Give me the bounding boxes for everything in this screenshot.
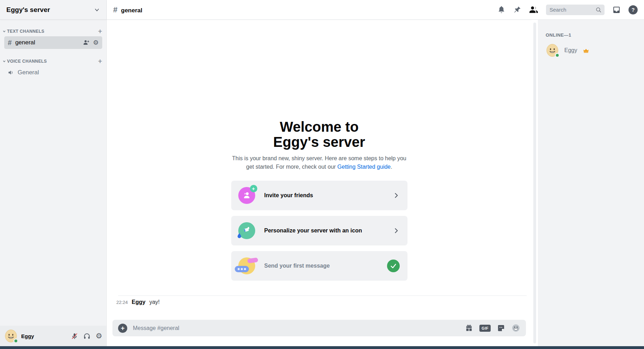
invite-friends-icon: +	[238, 187, 255, 204]
welcome-title-line1: Welcome to	[107, 119, 532, 135]
channel-sidebar: Eggy's server TEXT CHANNELS + # general	[0, 0, 107, 346]
channel-topbar: # general	[107, 0, 644, 20]
search-box[interactable]	[546, 5, 605, 15]
card-label: Send your first message	[264, 263, 378, 269]
user-panel: Eggy ⚙	[0, 326, 106, 346]
member-avatar	[546, 44, 559, 57]
card-invite-friends[interactable]: + Invite your friends	[231, 181, 407, 210]
voice-channels-label: VOICE CHANNELS	[7, 59, 98, 64]
card-personalize-server[interactable]: Personalize your server with an icon	[231, 216, 407, 245]
online-members-header: ONLINE—1	[546, 32, 639, 38]
welcome-title-line2: Eggy's server	[107, 135, 532, 150]
topbar-channel-name: general	[121, 7, 142, 14]
discord-app: Eggy's server TEXT CHANNELS + # general	[0, 0, 644, 349]
server-owner-crown-icon	[583, 48, 589, 54]
mic-muted-icon[interactable]	[71, 332, 78, 340]
online-status-dot	[555, 53, 560, 58]
emoji-picker-icon[interactable]	[511, 324, 520, 332]
server-name: Eggy's server	[6, 6, 50, 14]
welcome-subtitle-end: .	[391, 164, 392, 170]
user-avatar[interactable]	[4, 329, 18, 343]
chevron-right-icon	[393, 192, 400, 199]
plus-badge-icon: +	[250, 185, 257, 192]
channel-list: TEXT CHANNELS + # general ⚙	[0, 20, 106, 326]
chevron-right-icon	[393, 227, 400, 234]
card-first-message[interactable]: Send your first message	[231, 251, 407, 281]
search-input[interactable]	[550, 7, 595, 13]
channel-general[interactable]: # general ⚙	[4, 36, 102, 49]
message-timestamp: 22:24	[116, 300, 128, 305]
server-header-button[interactable]: Eggy's server	[0, 0, 106, 20]
message-author[interactable]: Eggy	[132, 299, 146, 305]
card-label: Personalize your server with an icon	[264, 228, 384, 234]
voice-channels-section[interactable]: VOICE CHANNELS +	[0, 57, 106, 65]
personalize-server-icon	[238, 222, 255, 239]
chat-scrollbar	[532, 20, 538, 346]
notifications-bell-icon[interactable]	[497, 6, 505, 14]
online-status-dot	[13, 338, 18, 343]
channel-name: General	[18, 69, 99, 76]
message-scroll-area: Welcome to Eggy's server This is your br…	[107, 20, 532, 316]
member-row-eggy[interactable]: Eggy	[543, 43, 639, 58]
add-text-channel-button[interactable]: +	[98, 27, 102, 35]
hash-icon: #	[8, 39, 12, 47]
window-bottom-edge	[0, 346, 644, 349]
scrollbar-thumb[interactable]	[533, 23, 536, 343]
panel-username: Eggy	[21, 333, 34, 339]
chat-message: 22:24 Eggy yay!	[107, 296, 532, 305]
channel-settings-gear-icon[interactable]: ⚙	[93, 39, 99, 46]
gif-picker-button[interactable]: GIF	[479, 325, 491, 332]
user-settings-gear-icon[interactable]: ⚙	[96, 332, 102, 340]
create-invite-icon[interactable]	[83, 39, 90, 46]
message-text: yay!	[149, 299, 160, 305]
text-channels-label: TEXT CHANNELS	[7, 29, 98, 34]
inbox-icon[interactable]	[612, 6, 621, 14]
text-channels-section[interactable]: TEXT CHANNELS +	[0, 27, 106, 35]
welcome-block: Welcome to Eggy's server This is your br…	[107, 119, 532, 281]
member-sidebar: ONLINE—1 Eggy	[538, 20, 644, 346]
completed-check-icon	[387, 260, 400, 272]
section-caret-icon	[2, 60, 6, 63]
chevron-down-icon	[94, 7, 100, 13]
member-name: Eggy	[564, 47, 577, 54]
welcome-subtitle: This is your brand new, shiny server. He…	[231, 154, 407, 170]
channel-name: general	[15, 39, 80, 46]
sticker-icon[interactable]	[497, 324, 505, 332]
member-list-toggle-icon[interactable]	[529, 5, 538, 14]
composer-wrap: + GIF	[107, 320, 532, 336]
paint-drop-icon	[237, 233, 242, 240]
chat-area: Welcome to Eggy's server This is your br…	[107, 20, 532, 346]
speaker-icon	[8, 69, 14, 76]
first-message-icon	[238, 257, 255, 274]
add-voice-channel-button[interactable]: +	[98, 57, 102, 65]
welcome-title: Welcome to Eggy's server	[107, 119, 532, 150]
message-composer[interactable]: + GIF	[112, 320, 526, 336]
gift-icon[interactable]	[465, 324, 473, 332]
help-button[interactable]: ?	[628, 5, 638, 14]
hash-icon: #	[113, 5, 117, 14]
chat-bubble-shape	[235, 266, 249, 272]
pink-pill-shape	[247, 257, 258, 263]
card-label: Invite your friends	[264, 192, 384, 199]
onboarding-cards: + Invite your friends	[231, 181, 407, 281]
getting-started-link[interactable]: Getting Started guide	[337, 164, 391, 170]
message-input[interactable]	[133, 325, 459, 331]
attach-file-button[interactable]: +	[118, 324, 127, 333]
section-caret-icon	[2, 30, 6, 33]
main-area: # general	[107, 0, 644, 346]
pinned-messages-icon[interactable]	[513, 6, 521, 14]
headphones-icon[interactable]	[83, 332, 91, 340]
search-icon	[595, 7, 602, 13]
voice-channel-general[interactable]: General	[4, 66, 102, 79]
